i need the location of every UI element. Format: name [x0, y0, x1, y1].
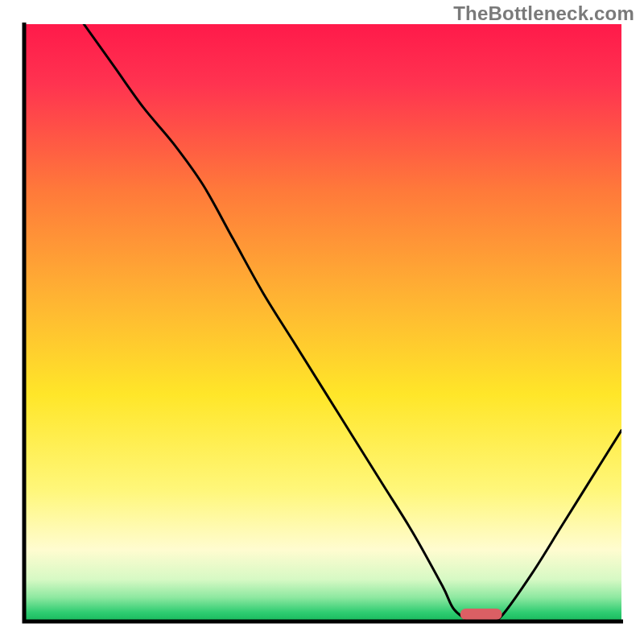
gradient-background	[24, 24, 621, 621]
chart-svg	[0, 0, 644, 644]
watermark-text: TheBottleneck.com	[453, 2, 634, 25]
optimal-marker	[460, 609, 502, 620]
bottleneck-chart: TheBottleneck.com	[0, 0, 644, 644]
